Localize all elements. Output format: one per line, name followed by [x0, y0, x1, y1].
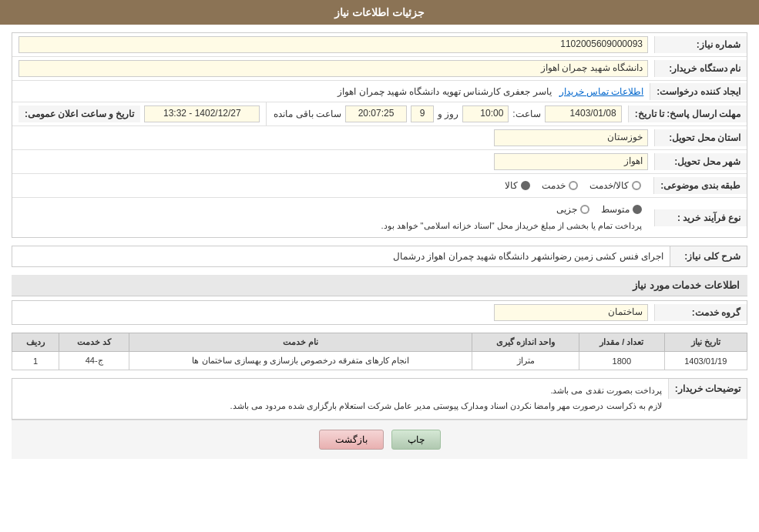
- category-label-goods-services: کالا/خدمت: [589, 180, 629, 191]
- purchase-type-partial[interactable]: جزیی: [556, 204, 589, 215]
- purchase-type-label: نوع فرآیند خرید :: [654, 209, 747, 226]
- announce-value: 1402/12/27 - 13:32: [144, 105, 260, 122]
- cell-service-name: انجام کارهای متفرقه درخصوص بازسازی و بهس…: [129, 352, 472, 370]
- purchase-type-note: پرداخت تمام یا بخشی از مبلغ خریداز محل "…: [18, 218, 648, 234]
- category-label: طبقه بندی موضوعی:: [653, 177, 747, 194]
- purchase-label-medium: متوسط: [601, 204, 630, 215]
- need-number-label: شماره نیاز:: [654, 36, 747, 53]
- button-row: چاپ بازگشت: [12, 420, 747, 459]
- cell-row-num: 1: [12, 352, 59, 370]
- province-label: استان محل تحویل:: [654, 129, 747, 146]
- deadline-time: 10:00: [462, 105, 509, 122]
- col-service-code: کد خدمت: [59, 333, 129, 352]
- announce-label: تاریخ و ساعت اعلان عمومی:: [18, 105, 140, 122]
- print-button[interactable]: چاپ: [391, 430, 441, 450]
- services-table: تاریخ نیاز تعداد / مقدار واحد اندازه گیر…: [12, 333, 747, 370]
- category-radio-goods: [521, 181, 530, 190]
- page-title: جزئیات اطلاعات نیاز: [334, 6, 425, 18]
- buyer-name-value: دانشگاه شهید چمران اهواز: [18, 60, 648, 77]
- creator-label: ایجاد کننده درخواست:: [650, 83, 747, 100]
- service-group-value: ساختمان: [494, 304, 648, 321]
- cell-date: 1403/01/19: [664, 352, 747, 370]
- purchase-radio-partial: [580, 205, 589, 214]
- category-label-service: خدمت: [542, 180, 566, 191]
- col-service-name: نام خدمت: [129, 333, 472, 352]
- city-label: شهر محل تحویل:: [654, 153, 747, 170]
- table-row: 1403/01/19 1800 متراژ انجام کارهای متفرق…: [12, 352, 747, 370]
- category-radio-goods-services: [632, 181, 641, 190]
- deadline-days-label: روز و: [438, 109, 458, 119]
- creator-contact-link[interactable]: اطلاعات تماس خریدار: [559, 86, 644, 97]
- service-group-label: گروه خدمت:: [654, 304, 747, 321]
- deadline-remaining-label: ساعت باقی مانده: [274, 109, 341, 119]
- deadline-remaining: 20:07:25: [345, 105, 407, 122]
- category-option-goods[interactable]: کالا: [505, 180, 530, 191]
- cell-unit: متراژ: [472, 352, 579, 370]
- col-unit: واحد اندازه گیری: [472, 333, 579, 352]
- category-option-service[interactable]: خدمت: [542, 180, 578, 191]
- creator-value: یاسر جعفری کارشناس تهویه دانشگاه شهید چم…: [18, 86, 559, 97]
- col-quantity: تعداد / مقدار: [579, 333, 664, 352]
- buyer-notes-value: پرداخت بصورت نقدی می باشد. لازم به ذکراس…: [12, 379, 668, 419]
- deadline-days: 9: [411, 105, 434, 122]
- purchase-type-medium[interactable]: متوسط: [601, 204, 642, 215]
- services-section-title: اطلاعات خدمات مورد نیاز: [12, 275, 747, 296]
- col-date: تاریخ نیاز: [664, 333, 747, 352]
- buyer-notes-label: توضیحات خریدار:: [668, 379, 747, 399]
- purchase-radio-medium: [633, 205, 642, 214]
- city-value: اهواز: [494, 153, 648, 170]
- category-radio-service: [569, 181, 578, 190]
- category-option-goods-services[interactable]: کالا/خدمت: [589, 180, 641, 191]
- cell-service-code: ج-44: [59, 352, 129, 370]
- category-radio-group: کالا/خدمت خدمت کالا: [18, 177, 647, 194]
- province-value: خوزستان: [494, 129, 648, 146]
- purchase-type-radio-group: متوسط جزیی: [18, 201, 648, 218]
- deadline-time-label: ساعت:: [512, 109, 540, 119]
- description-value: اجرای فنس کشی زمین رضوانشهر دانشگاه شهید…: [12, 246, 670, 267]
- buyer-name-label: نام دستگاه خریدار:: [654, 60, 747, 77]
- page-header: جزئیات اطلاعات نیاز: [0, 0, 759, 25]
- description-label: شرح کلی نیاز:: [670, 246, 747, 267]
- col-row-num: ردیف: [12, 333, 59, 352]
- back-button[interactable]: بازگشت: [319, 430, 384, 450]
- deadline-date: 1403/01/08: [545, 105, 622, 122]
- need-number-value: 1102005609000093: [18, 36, 648, 53]
- deadline-label: مهلت ارسال پاسخ: تا تاریخ:: [628, 105, 747, 122]
- category-label-goods: کالا: [505, 180, 518, 191]
- cell-quantity: 1800: [579, 352, 664, 370]
- purchase-label-partial: جزیی: [556, 204, 577, 215]
